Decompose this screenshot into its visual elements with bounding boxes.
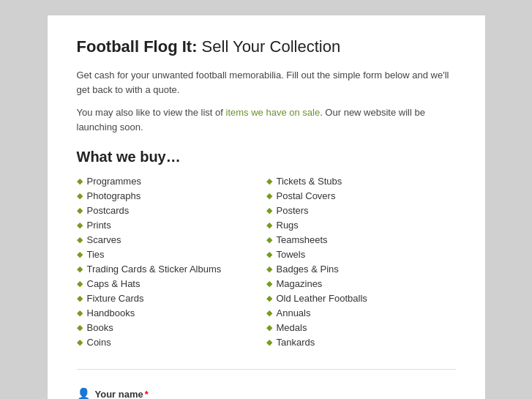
person-icon: 👤	[77, 387, 91, 399]
diamond-icon: ◆	[266, 338, 272, 347]
list-item: ◆Ties	[77, 249, 266, 260]
list-item: ◆Books	[77, 322, 266, 333]
item-label: Ties	[87, 249, 105, 260]
diamond-icon: ◆	[77, 250, 83, 259]
item-label: Tankards	[277, 337, 315, 348]
list-item: ◆Programmes	[77, 176, 266, 187]
item-label: Books	[87, 322, 113, 333]
title-normal: Sell Your Collection	[197, 37, 340, 56]
diamond-icon: ◆	[77, 235, 83, 245]
items-on-sale-link[interactable]: items we have on sale	[226, 107, 321, 118]
item-label: Teamsheets	[277, 234, 328, 245]
list-item: ◆Magazines	[266, 278, 456, 289]
intro-para1: Get cash for your unwanted football memo…	[77, 68, 456, 97]
required-star: *	[145, 389, 149, 400]
form-section: 👤 Your name *	[77, 387, 456, 399]
diamond-icon: ◆	[77, 338, 83, 347]
item-label: Postcards	[87, 205, 130, 216]
item-label: Medals	[277, 322, 307, 333]
item-label: Scarves	[87, 234, 121, 245]
title-bold: Football Flog It:	[77, 37, 198, 56]
item-label: Annuals	[277, 307, 311, 318]
diamond-icon: ◆	[266, 308, 272, 318]
list-item: ◆Posters	[266, 205, 456, 216]
list-item: ◆Rugs	[266, 220, 456, 231]
diamond-icon: ◆	[77, 279, 83, 288]
item-label: Rugs	[277, 220, 299, 231]
diamond-icon: ◆	[266, 264, 272, 274]
list-item: ◆Fixture Cards	[77, 293, 266, 304]
diamond-icon: ◆	[77, 308, 83, 318]
list-item: ◆Tickets & Stubs	[266, 176, 456, 187]
divider	[77, 369, 456, 370]
page-title: Football Flog It: Sell Your Collection	[77, 37, 456, 56]
list-item: ◆Old Leather Footballs	[266, 293, 456, 304]
list-item: ◆Postcards	[77, 205, 266, 216]
list-item: ◆Trading Cards & Sticker Albums	[77, 264, 266, 275]
list-item: ◆Postal Covers	[266, 190, 456, 201]
item-label: Coins	[87, 337, 111, 348]
what-we-buy-heading: What we buy…	[77, 149, 456, 165]
list-item: ◆Photographs	[77, 190, 266, 201]
item-label: Handbooks	[87, 307, 135, 318]
item-label: Programmes	[87, 176, 141, 187]
diamond-icon: ◆	[77, 264, 83, 274]
page-container: Football Flog It: Sell Your Collection G…	[47, 15, 486, 399]
item-label: Caps & Hats	[87, 278, 141, 289]
item-label: Tickets & Stubs	[277, 176, 342, 187]
diamond-icon: ◆	[266, 176, 272, 186]
diamond-icon: ◆	[77, 323, 83, 332]
diamond-icon: ◆	[266, 220, 272, 230]
item-label: Old Leather Footballs	[277, 293, 367, 304]
diamond-icon: ◆	[266, 294, 272, 303]
items-col-right: ◆Tickets & Stubs◆Postal Covers◆Posters◆R…	[266, 176, 456, 351]
item-label: Badges & Pins	[277, 264, 339, 275]
item-label: Prints	[87, 220, 111, 231]
diamond-icon: ◆	[266, 279, 272, 288]
list-item: ◆Annuals	[266, 307, 456, 318]
diamond-icon: ◆	[77, 206, 83, 215]
name-label-row: 👤 Your name *	[77, 387, 456, 399]
diamond-icon: ◆	[266, 235, 272, 245]
list-item: ◆Handbooks	[77, 307, 266, 318]
diamond-icon: ◆	[266, 250, 272, 259]
diamond-icon: ◆	[77, 191, 83, 201]
list-item: ◆Scarves	[77, 234, 266, 245]
item-label: Posters	[277, 205, 309, 216]
item-label: Towels	[277, 249, 306, 260]
item-label: Trading Cards & Sticker Albums	[87, 264, 222, 275]
list-item: ◆Tankards	[266, 337, 456, 348]
list-item: ◆Medals	[266, 322, 456, 333]
diamond-icon: ◆	[266, 191, 272, 201]
list-item: ◆Prints	[77, 220, 266, 231]
item-label: Postal Covers	[277, 190, 336, 201]
items-grid: ◆Programmes◆Photographs◆Postcards◆Prints…	[77, 176, 456, 351]
name-label: Your name	[95, 389, 143, 400]
list-item: ◆Coins	[77, 337, 266, 348]
list-item: ◆Towels	[266, 249, 456, 260]
item-label: Fixture Cards	[87, 293, 144, 304]
list-item: ◆Badges & Pins	[266, 264, 456, 275]
diamond-icon: ◆	[77, 176, 83, 186]
intro-para2: You may also like to view the list of it…	[77, 105, 456, 134]
item-label: Magazines	[277, 278, 323, 289]
diamond-icon: ◆	[266, 206, 272, 215]
diamond-icon: ◆	[77, 220, 83, 230]
diamond-icon: ◆	[266, 323, 272, 332]
items-col-left: ◆Programmes◆Photographs◆Postcards◆Prints…	[77, 176, 266, 351]
list-item: ◆Teamsheets	[266, 234, 456, 245]
list-item: ◆Caps & Hats	[77, 278, 266, 289]
item-label: Photographs	[87, 190, 141, 201]
diamond-icon: ◆	[77, 294, 83, 303]
